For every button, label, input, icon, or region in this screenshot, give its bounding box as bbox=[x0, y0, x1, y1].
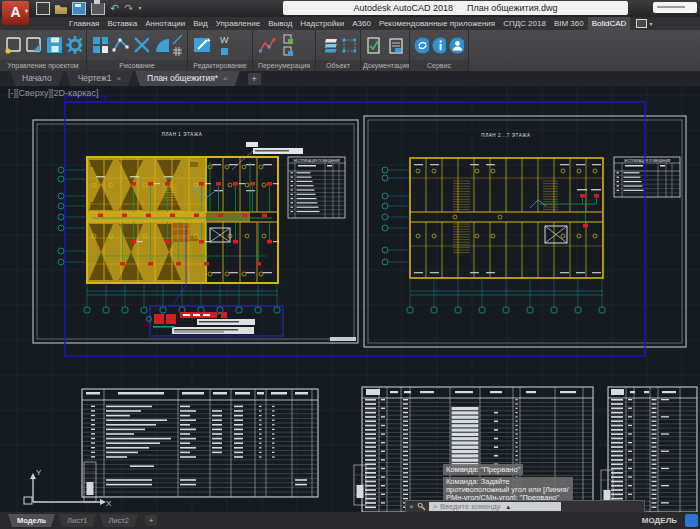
tab-annotacii[interactable]: Аннотации bbox=[141, 17, 189, 30]
redo-icon[interactable]: ↷ bbox=[124, 3, 133, 14]
edit-block-small-icon[interactable] bbox=[219, 46, 231, 57]
infocenter-search-box[interactable] bbox=[653, 2, 697, 13]
draw-polyline-icon[interactable] bbox=[111, 35, 128, 55]
file-tab-plan[interactable]: План общежития*× bbox=[135, 71, 240, 86]
draw-line-small-icon[interactable] bbox=[172, 34, 183, 45]
left-explication-table-title: ЭКСПЛИКАЦИЯ ПОМЕЩЕНИЙ bbox=[293, 159, 340, 163]
tab-vstavka[interactable]: Вставка bbox=[103, 17, 141, 30]
panel-editing: W Редактирование bbox=[188, 30, 253, 71]
new-project-icon[interactable] bbox=[4, 35, 21, 55]
panel-renumbering: Перенумерация bbox=[253, 30, 316, 71]
tab-vid[interactable]: Вид bbox=[189, 17, 211, 30]
new-drawing-button[interactable]: + bbox=[248, 73, 261, 85]
panel-documentation: Документация bbox=[361, 30, 410, 71]
ribbon-tab-bar: Главная Вставка Аннотации Вид Управление… bbox=[0, 17, 700, 30]
drawing-graphics: ПЛАН 1 ЭТАЖА ПЛАН 2...7 ЭТАЖА ЭКСПЛИКАЦИ… bbox=[0, 86, 700, 512]
tab-spds[interactable]: СПДС 2018 bbox=[499, 17, 550, 30]
panel-drawing: Рисование bbox=[87, 30, 188, 71]
ucs-x-label: X bbox=[106, 499, 112, 508]
new-file-icon[interactable] bbox=[36, 2, 50, 15]
sync-icon[interactable] bbox=[414, 37, 429, 54]
plot-icon[interactable] bbox=[91, 3, 105, 15]
tab-bolidcad[interactable]: BolidCAD bbox=[588, 17, 631, 30]
prompt-chevron-icon: > bbox=[433, 502, 437, 511]
file-tab-start[interactable]: Начало bbox=[10, 71, 64, 86]
right-plan-title: ПЛАН 2...7 ЭТАЖА bbox=[481, 133, 530, 138]
draw-cross-icon[interactable] bbox=[132, 35, 149, 55]
check-document-icon[interactable] bbox=[365, 36, 384, 55]
viewport-controls[interactable]: [-][Сверху][2D-каркас] bbox=[8, 88, 98, 98]
panel-label-documentation[interactable]: Документация bbox=[361, 60, 409, 71]
customize-wrench-icon[interactable] bbox=[417, 502, 426, 511]
ucs-y-label: Y bbox=[36, 468, 42, 477]
panel-label-object[interactable]: Объект bbox=[316, 60, 360, 71]
tab-nadstroyki[interactable]: Надстройки bbox=[296, 17, 348, 30]
close-icon[interactable]: × bbox=[223, 71, 228, 86]
edit-text-small-icon[interactable]: W bbox=[219, 34, 231, 45]
tab-upravlenie[interactable]: Управление bbox=[212, 17, 264, 30]
panel-service: Сервис bbox=[410, 30, 469, 71]
document-title: План общежития.dwg bbox=[467, 3, 558, 13]
new-layout-button[interactable]: + bbox=[145, 515, 157, 526]
app-title: Autodesk AutoCAD 2018 bbox=[353, 3, 453, 13]
save-icon[interactable] bbox=[72, 2, 86, 15]
window-title: Autodesk AutoCAD 2018 План общежития.dwg bbox=[283, 1, 628, 15]
report-document-icon[interactable] bbox=[387, 36, 406, 55]
paste-number-small-icon[interactable] bbox=[282, 46, 294, 57]
edit-object-icon[interactable] bbox=[192, 33, 216, 57]
title-bar: A▾ ↶ ↷ ▾ Autodesk AutoCAD 2018 План обще… bbox=[0, 0, 700, 17]
ribbon-options[interactable]: ▾ bbox=[636, 19, 652, 28]
left-plan-title: ПЛАН 1 ЭТАЖА bbox=[162, 132, 203, 137]
qat-dropdown-icon[interactable]: ▾ bbox=[138, 3, 141, 14]
command-line-dock[interactable]: × > Введите команду ▲ bbox=[405, 500, 645, 512]
close-icon[interactable]: × bbox=[116, 71, 121, 86]
recent-commands-icon[interactable]: ▲ bbox=[505, 504, 511, 510]
open-file-icon[interactable] bbox=[55, 3, 67, 14]
info-icon[interactable] bbox=[432, 37, 447, 54]
tab-vyvod[interactable]: Вывод bbox=[264, 17, 296, 30]
copy-number-small-icon[interactable] bbox=[282, 34, 294, 45]
command-history-line: Команда: "Прервано" bbox=[443, 464, 523, 475]
draw-grid-small-icon[interactable] bbox=[172, 46, 183, 57]
autocad-window: A▾ ↶ ↷ ▾ Autodesk AutoCAD 2018 План обще… bbox=[0, 0, 700, 529]
tab-recommended-apps[interactable]: Рекомендованные приложения bbox=[375, 17, 499, 30]
grid-toggle-button[interactable] bbox=[685, 514, 698, 527]
undo-icon[interactable]: ↶ bbox=[110, 3, 119, 14]
select-object-icon[interactable] bbox=[340, 36, 357, 55]
layout-tab-list2[interactable]: Лист2 bbox=[100, 514, 138, 527]
open-project-icon[interactable] bbox=[24, 35, 41, 55]
model-space-indicator[interactable]: МОДЕЛЬ bbox=[642, 516, 677, 525]
panel-project-management: Управление проектом bbox=[0, 30, 87, 71]
panel-label-editing[interactable]: Редактирование bbox=[188, 60, 252, 71]
panel-label-service[interactable]: Сервис bbox=[410, 60, 468, 71]
account-icon[interactable] bbox=[449, 37, 464, 54]
project-settings-icon[interactable] bbox=[65, 35, 82, 55]
layout-tab-model[interactable]: Модель bbox=[8, 514, 55, 527]
file-tab-drawing1[interactable]: Чертеж1× bbox=[66, 71, 133, 86]
file-tabs-bar: Начало Чертеж1× План общежития*× + bbox=[0, 71, 700, 86]
right-explication-table-title: ЭКСПЛИКАЦИЯ ПОМЕЩЕНИЙ bbox=[624, 159, 671, 163]
search-hint-text bbox=[657, 6, 685, 8]
draw-region-icon[interactable] bbox=[152, 35, 169, 55]
ribbon: Управление проектом Рисование W bbox=[0, 30, 700, 71]
tab-a360[interactable]: A360 bbox=[348, 17, 375, 30]
layers-icon[interactable] bbox=[320, 36, 337, 55]
ribbon-state-dropdown-icon: ▾ bbox=[649, 20, 652, 27]
draw-blocks-icon[interactable] bbox=[91, 35, 108, 55]
renumber-path-icon[interactable] bbox=[257, 34, 279, 56]
quick-access-toolbar: ↶ ↷ ▾ bbox=[36, 2, 141, 15]
app-logo[interactable]: A▾ bbox=[2, 1, 29, 25]
svg-text:W: W bbox=[220, 35, 229, 45]
panel-label-renumbering[interactable]: Перенумерация bbox=[253, 60, 315, 71]
panel-label-project-management[interactable]: Управление проектом bbox=[0, 60, 86, 71]
panel-label-drawing[interactable]: Рисование bbox=[87, 60, 187, 71]
tab-bim360[interactable]: BIM 360 bbox=[550, 17, 588, 30]
close-icon[interactable]: × bbox=[406, 502, 417, 511]
layout-tab-list1[interactable]: Лист1 bbox=[58, 514, 96, 527]
command-input[interactable]: > Введите команду ▲ bbox=[429, 502, 561, 511]
app-menu-dropdown-icon: ▾ bbox=[25, 0, 28, 23]
ribbon-state-icon bbox=[636, 19, 647, 28]
save-project-icon[interactable] bbox=[45, 35, 62, 55]
tab-glavnaya[interactable]: Главная bbox=[65, 17, 103, 30]
model-space-canvas[interactable]: [-][Сверху][2D-каркас] ПЛАН 1 ЭТАЖА ПЛАН… bbox=[0, 86, 700, 512]
